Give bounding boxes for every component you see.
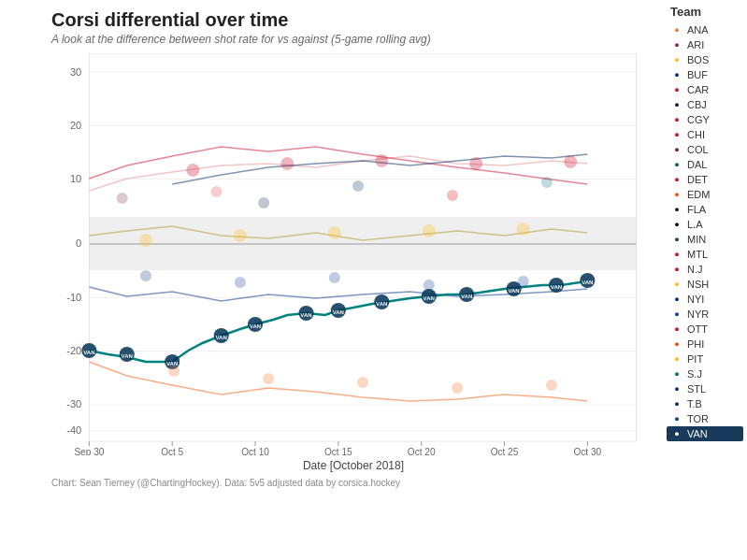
svg-text:-30: -30 xyxy=(66,398,81,409)
svg-text:Oct 15: Oct 15 xyxy=(324,447,352,455)
svg-text:Oct 10: Oct 10 xyxy=(241,447,269,455)
team-item-l.a[interactable]: ●L.A xyxy=(667,217,743,232)
team-label-ana: ANA xyxy=(687,24,709,36)
team-icon-van: ● xyxy=(669,427,684,440)
svg-point-81 xyxy=(357,377,368,388)
team-icon-det: ● xyxy=(669,173,684,186)
team-item-car[interactable]: ●CAR xyxy=(667,82,743,97)
team-item-nyi[interactable]: ●NYI xyxy=(667,292,743,307)
team-item-nsh[interactable]: ●NSH xyxy=(667,277,743,292)
team-icon-ari: ● xyxy=(669,38,684,51)
svg-text:Oct 5: Oct 5 xyxy=(161,447,184,455)
svg-text:VAN: VAN xyxy=(216,335,227,340)
svg-text:-40: -40 xyxy=(66,424,81,436)
team-item-buf[interactable]: ●BUF xyxy=(667,67,743,82)
team-item-min[interactable]: ●MIN xyxy=(667,232,743,247)
team-item-ari[interactable]: ●ARI xyxy=(667,37,743,52)
svg-text:Oct 20: Oct 20 xyxy=(408,447,436,455)
team-item-chi[interactable]: ●CHI xyxy=(667,127,743,142)
team-icon-car: ● xyxy=(669,83,684,96)
svg-point-61 xyxy=(423,224,436,237)
team-item-bos[interactable]: ●BOS xyxy=(667,52,743,67)
svg-text:0: 0 xyxy=(76,237,81,249)
team-icon-nsh: ● xyxy=(669,278,684,291)
svg-point-58 xyxy=(139,234,152,247)
svg-point-63 xyxy=(186,164,199,177)
team-item-fla[interactable]: ●FLA xyxy=(667,202,743,217)
team-icon-mtl: ● xyxy=(669,248,684,261)
team-icon-dal: ● xyxy=(669,158,684,171)
svg-point-62 xyxy=(517,223,530,236)
team-label-car: CAR xyxy=(687,84,709,95)
team-item-cbj[interactable]: ●CBJ xyxy=(667,97,743,112)
svg-text:VAN: VAN xyxy=(122,353,133,359)
team-label-nyr: NYR xyxy=(687,309,709,320)
svg-text:Oct 25: Oct 25 xyxy=(491,447,519,455)
team-label-dal: DAL xyxy=(687,159,707,170)
svg-point-79 xyxy=(168,366,180,377)
team-label-chi: CHI xyxy=(687,129,705,140)
team-item-ana[interactable]: ●ANA xyxy=(667,22,743,37)
svg-text:VAN: VAN xyxy=(582,280,593,285)
svg-text:-20: -20 xyxy=(66,345,81,356)
svg-text:VAN: VAN xyxy=(551,284,562,290)
svg-text:VAN: VAN xyxy=(250,323,261,329)
team-item-det[interactable]: ●DET xyxy=(667,172,743,187)
team-label-cgy: CGY xyxy=(687,114,710,125)
svg-text:VAN: VAN xyxy=(461,294,472,299)
team-item-nyr[interactable]: ●NYR xyxy=(667,307,743,322)
chart-svg: 30 20 10 0 -10 -20 -30 -40 xyxy=(51,53,655,455)
team-item-pit[interactable]: ●PIT xyxy=(667,352,743,366)
team-icon-nyi: ● xyxy=(669,293,684,306)
team-item-col[interactable]: ●COL xyxy=(667,142,743,157)
team-label-t.b: T.B xyxy=(687,398,702,409)
svg-point-70 xyxy=(258,197,269,208)
team-item-cgy[interactable]: ●CGY xyxy=(667,112,743,127)
svg-text:VAN: VAN xyxy=(300,312,311,318)
team-icon-ott: ● xyxy=(669,323,684,336)
svg-point-75 xyxy=(235,277,246,288)
team-item-phi[interactable]: ●PHI xyxy=(667,337,743,352)
footnote: Chart: Sean Tierney (@ChartingHockey). D… xyxy=(51,478,655,488)
svg-point-67 xyxy=(564,155,577,168)
team-label-buf: BUF xyxy=(687,69,708,80)
team-item-dal[interactable]: ●DAL xyxy=(667,157,743,172)
team-item-n.j[interactable]: ●N.J xyxy=(667,262,743,277)
team-label-edm: EDM xyxy=(687,189,710,200)
svg-point-69 xyxy=(211,186,223,197)
team-icon-n.j: ● xyxy=(669,263,684,276)
svg-text:30: 30 xyxy=(70,66,81,78)
svg-point-82 xyxy=(452,382,463,394)
team-icon-s.j: ● xyxy=(669,367,684,381)
team-label-nyi: NYI xyxy=(687,294,704,305)
team-item-van[interactable]: ●VAN xyxy=(667,426,743,441)
team-icon-cgy: ● xyxy=(669,113,684,126)
team-item-ott[interactable]: ●OTT xyxy=(667,322,743,337)
svg-point-76 xyxy=(329,272,340,283)
team-label-l.a: L.A xyxy=(687,219,703,230)
svg-text:-10: -10 xyxy=(66,292,81,303)
svg-point-73 xyxy=(541,177,553,188)
team-item-s.j[interactable]: ●S.J xyxy=(667,366,743,381)
team-label-det: DET xyxy=(687,174,708,185)
team-icon-phi: ● xyxy=(669,337,684,351)
team-label-phi: PHI xyxy=(687,338,704,350)
team-label-cbj: CBJ xyxy=(687,99,707,110)
team-item-t.b[interactable]: ●T.B xyxy=(667,396,743,411)
svg-point-64 xyxy=(280,157,294,170)
svg-point-83 xyxy=(546,380,557,391)
team-icon-edm: ● xyxy=(669,188,684,201)
team-icon-tor: ● xyxy=(669,412,684,425)
svg-point-80 xyxy=(263,373,274,384)
svg-point-74 xyxy=(140,270,151,281)
team-item-mtl[interactable]: ●MTL xyxy=(667,247,743,262)
team-label-stl: STL xyxy=(687,383,706,395)
svg-text:VAN: VAN xyxy=(166,361,178,366)
chart-title: Corsi differential over time xyxy=(51,9,655,31)
team-item-edm[interactable]: ●EDM xyxy=(667,187,743,202)
svg-point-71 xyxy=(352,180,364,192)
svg-text:Oct 30: Oct 30 xyxy=(573,447,601,455)
team-item-stl[interactable]: ●STL xyxy=(667,381,743,396)
chart-subtitle: A look at the difference between shot ra… xyxy=(51,33,655,46)
team-item-tor[interactable]: ●TOR xyxy=(667,411,743,426)
